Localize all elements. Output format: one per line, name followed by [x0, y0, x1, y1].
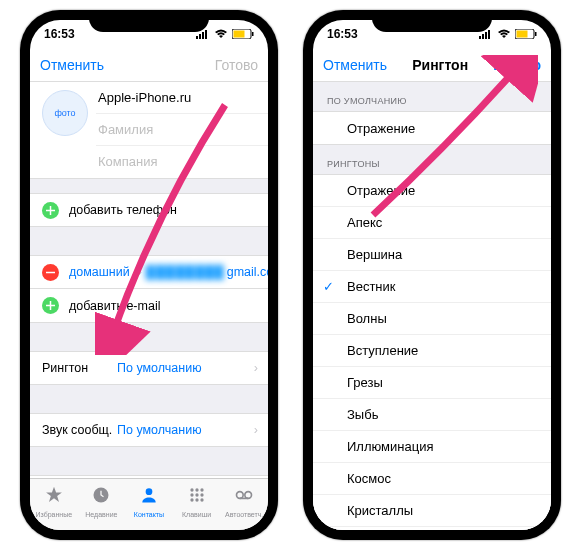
add-phone-label: добавить телефон: [69, 203, 177, 217]
svg-rect-22: [482, 34, 484, 39]
plus-icon: [42, 202, 59, 219]
last-name-field[interactable]: Фамилия: [96, 114, 268, 146]
notch: [89, 10, 209, 32]
ringtone-item[interactable]: ✓Вестник: [313, 271, 551, 303]
chevron-right-icon: ›: [254, 423, 258, 437]
ringtone-row[interactable]: Рингтон По умолчанию ›: [30, 351, 268, 385]
item-label: Кристаллы: [347, 503, 413, 518]
texttone-row[interactable]: Звук сообщ. По умолчанию ›: [30, 413, 268, 447]
cancel-button[interactable]: Отменить: [40, 57, 104, 73]
email-row[interactable]: домашний › ████████ gmail.com: [30, 255, 268, 289]
tab-recents[interactable]: Недавние: [78, 479, 126, 524]
add-phone-row[interactable]: добавить телефон: [30, 193, 268, 227]
tab-contacts[interactable]: Контакты: [125, 479, 173, 524]
ringtone-item[interactable]: Волны: [313, 303, 551, 335]
company-field[interactable]: Компания: [96, 146, 268, 178]
svg-point-19: [245, 492, 252, 499]
ringtone-item[interactable]: Космос: [313, 463, 551, 495]
ringtone-item[interactable]: Отражение: [313, 175, 551, 207]
item-label: Отражение: [347, 121, 415, 136]
battery-icon: [232, 29, 254, 39]
item-label: Апекс: [347, 215, 382, 230]
tab-voicemail[interactable]: Автоответч.: [220, 479, 268, 524]
svg-point-13: [195, 493, 198, 496]
ringtone-item[interactable]: Грезы: [313, 367, 551, 399]
ringtone-item[interactable]: Маяк: [313, 527, 551, 530]
item-label: Вестник: [347, 279, 395, 294]
svg-rect-24: [488, 30, 490, 39]
star-icon: [44, 485, 64, 509]
email-suffix: gmail.com: [227, 265, 268, 279]
item-label: Космос: [347, 471, 391, 486]
svg-rect-23: [485, 32, 487, 39]
contact-editor: фото Apple-iPhone.ru Фамилия Компания до…: [30, 82, 268, 478]
tab-label: Контакты: [134, 511, 164, 518]
svg-point-12: [190, 493, 193, 496]
svg-rect-0: [196, 36, 198, 39]
phone-mockup-left: 16:53 Отменить Готово фото Apple-iPhone.…: [20, 10, 278, 540]
svg-point-15: [190, 498, 193, 501]
section-header-ringtones: РИНГТОНЫ: [313, 145, 551, 174]
add-email-row[interactable]: добавить e-mail: [30, 289, 268, 323]
chevron-right-icon: ›: [254, 361, 258, 375]
first-name-field[interactable]: Apple-iPhone.ru: [96, 82, 268, 114]
ringtone-item[interactable]: Вступление: [313, 335, 551, 367]
texttone-value: По умолчанию: [117, 423, 202, 437]
texttone-label: Звук сообщ.: [42, 423, 117, 437]
done-button[interactable]: Готово: [215, 57, 258, 73]
ringtone-value: По умолчанию: [117, 361, 202, 375]
chevron-right-icon: ›: [138, 265, 142, 279]
ringtone-item[interactable]: Апекс: [313, 207, 551, 239]
ringtone-item[interactable]: Зыбь: [313, 399, 551, 431]
done-button[interactable]: Готово: [493, 57, 541, 73]
svg-rect-3: [205, 30, 207, 39]
ringtone-item[interactable]: Вершина: [313, 239, 551, 271]
svg-point-10: [195, 488, 198, 491]
svg-rect-2: [202, 32, 204, 39]
ringtone-item[interactable]: Кристаллы: [313, 495, 551, 527]
nav-title: Рингтон: [412, 57, 468, 73]
add-photo-button[interactable]: фото: [42, 90, 88, 136]
plus-icon: [42, 297, 59, 314]
item-label: Иллюминация: [347, 439, 433, 454]
status-time: 16:53: [44, 27, 75, 41]
svg-point-17: [200, 498, 203, 501]
tab-label: Автоответч.: [225, 511, 263, 518]
item-label: Вступление: [347, 343, 418, 358]
add-url-row[interactable]: добавить url: [30, 475, 268, 478]
voicemail-icon: [234, 485, 254, 509]
svg-point-11: [200, 488, 203, 491]
tab-label: Избранные: [35, 511, 72, 518]
svg-point-8: [146, 488, 153, 495]
add-email-label: добавить e-mail: [69, 299, 160, 313]
tab-bar: Избранные Недавние Контакты Клавиши Авто…: [30, 478, 268, 530]
svg-rect-26: [517, 31, 528, 38]
wifi-icon: [214, 29, 228, 39]
ringtone-item[interactable]: Иллюминация: [313, 431, 551, 463]
status-time: 16:53: [327, 27, 358, 41]
ringtone-list: ОтражениеАпексВершина✓ВестникВолныВступл…: [313, 174, 551, 530]
svg-rect-27: [535, 32, 537, 36]
email-blurred: ████████: [146, 265, 225, 279]
item-label: Отражение: [347, 183, 415, 198]
svg-rect-1: [199, 34, 201, 39]
cancel-button[interactable]: Отменить: [323, 57, 387, 73]
tab-keypad[interactable]: Клавиши: [173, 479, 221, 524]
svg-point-18: [237, 492, 244, 499]
screen-left: 16:53 Отменить Готово фото Apple-iPhone.…: [30, 20, 268, 530]
tab-label: Клавиши: [182, 511, 211, 518]
item-label: Зыбь: [347, 407, 378, 422]
person-icon: [139, 485, 159, 509]
notch: [372, 10, 492, 32]
clock-icon: [91, 485, 111, 509]
battery-icon: [515, 29, 537, 39]
item-label: Вершина: [347, 247, 402, 262]
keypad-icon: [187, 485, 207, 509]
wifi-icon: [497, 29, 511, 39]
svg-point-9: [190, 488, 193, 491]
item-label: Волны: [347, 311, 387, 326]
svg-rect-6: [252, 32, 254, 36]
default-ringtone-item[interactable]: Отражение: [313, 112, 551, 144]
email-type-label[interactable]: домашний: [69, 265, 130, 279]
tab-favorites[interactable]: Избранные: [30, 479, 78, 524]
